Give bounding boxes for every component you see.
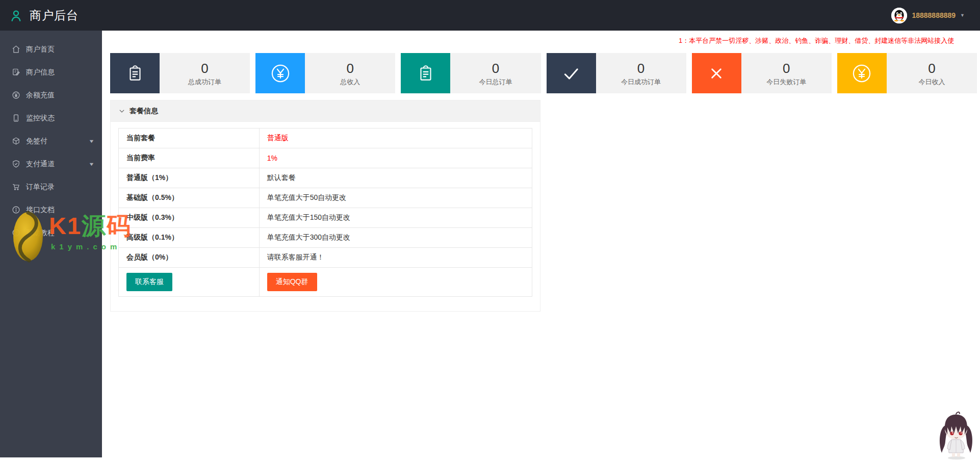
stat-label: 今日收入 xyxy=(918,79,945,85)
sidebar-item-balance-recharge[interactable]: 余额充值 xyxy=(0,84,102,107)
mobile-icon xyxy=(11,114,20,123)
info-circle-icon xyxy=(11,206,20,215)
table-row: 高级版（0.1%） 单笔充值大于300自动更改 xyxy=(119,228,532,248)
table-row: 当前费率 1% xyxy=(119,148,532,168)
sidebar-item-label: 商户首页 xyxy=(26,45,55,54)
sidebar-item-payment-channel[interactable]: 支付通道 ▼ xyxy=(0,152,102,175)
panel-title: 套餐信息 xyxy=(130,107,158,116)
notify-qq-group-button[interactable]: 通知QQ群 xyxy=(267,273,317,291)
qq-penguin-avatar xyxy=(891,8,907,23)
clipboard-icon xyxy=(401,53,450,93)
sidebar-item-label: 监控状态 xyxy=(26,114,55,123)
cube-icon xyxy=(11,137,20,146)
stat-card-today-success-orders: 0 今日成功订单 xyxy=(547,53,686,93)
stat-label: 总收入 xyxy=(340,79,360,85)
chevron-down-icon xyxy=(119,108,125,114)
row-label: 当前费率 xyxy=(119,148,260,168)
app-logo[interactable]: 商户后台 xyxy=(0,8,79,23)
main-content: 1：本平台严禁一切淫秽、涉赌、政治、钓鱼、诈骗、理财、借贷、封建迷信等非法网站接… xyxy=(102,31,980,462)
stat-value: 0 xyxy=(492,62,499,75)
submenu-arrow-icon: ▼ xyxy=(88,162,94,167)
row-value: 单笔充值大于50自动更改 xyxy=(259,188,532,208)
row-label: 中级版（0.3%） xyxy=(119,208,260,228)
table-row: 会员版（0%） 请联系客服开通！ xyxy=(119,248,532,268)
close-icon xyxy=(692,53,741,93)
check-icon xyxy=(547,53,596,93)
question-circle-icon xyxy=(11,228,20,238)
table-row: 普通版（1%） 默认套餐 xyxy=(119,168,532,188)
package-info-panel: 套餐信息 当前套餐 普通版 当前费率 1% 普通版（1%） xyxy=(110,100,540,312)
stat-cards-row: 0 总成功订单 0 总收入 0 今日总订单 xyxy=(110,53,977,93)
sidebar-item-merchant-home[interactable]: 商户首页 xyxy=(0,38,102,61)
stat-label: 总成功订单 xyxy=(188,79,221,85)
mascot-image xyxy=(934,408,978,461)
row-label: 高级版（0.1%） xyxy=(119,228,260,248)
row-label: 会员版（0%） xyxy=(119,248,260,268)
contact-support-button[interactable]: 联系客服 xyxy=(126,273,172,291)
stat-label: 今日总订单 xyxy=(479,79,512,85)
table-row-buttons: 联系客服 通知QQ群 xyxy=(119,268,532,297)
row-value: 单笔充值大于300自动更改 xyxy=(259,228,532,248)
top-header: 商户后台 18888888889 ▼ xyxy=(0,0,980,31)
stat-value: 0 xyxy=(637,62,644,75)
yen-circle-icon xyxy=(11,91,20,100)
clipboard-icon xyxy=(110,53,160,93)
submenu-arrow-icon: ▼ xyxy=(88,139,94,144)
username: 18888888889 xyxy=(912,11,956,19)
stat-card-total-income: 0 总收入 xyxy=(255,53,395,93)
table-row: 当前套餐 普通版 xyxy=(119,129,532,148)
stat-label: 今日成功订单 xyxy=(621,79,661,85)
sidebar-nav: 商户首页 商户信息 余额充值 监控状态 xyxy=(0,31,102,457)
app-title: 商户后台 xyxy=(30,8,79,23)
sidebar-item-order-records[interactable]: 订单记录 xyxy=(0,175,102,198)
row-value: 默认套餐 xyxy=(259,168,532,188)
yen-circle-icon xyxy=(255,53,305,93)
row-label: 当前套餐 xyxy=(119,129,260,148)
shield-check-icon xyxy=(11,160,20,169)
policy-notice: 1：本平台严禁一切淫秽、涉赌、政治、钓鱼、诈骗、理财、借贷、封建迷信等非法网站接… xyxy=(679,36,954,45)
row-value: 请联系客服开通！ xyxy=(259,248,532,268)
row-label: 基础版（0.5%） xyxy=(119,188,260,208)
stat-value: 0 xyxy=(783,62,790,75)
sidebar-item-label: 支付通道 xyxy=(26,160,55,169)
package-panel-header[interactable]: 套餐信息 xyxy=(111,100,540,122)
yen-circle-icon xyxy=(837,53,887,93)
stat-value: 0 xyxy=(347,62,354,75)
chevron-down-icon: ▼ xyxy=(960,13,965,18)
sidebar-item-monitor-status[interactable]: 监控状态 xyxy=(0,107,102,130)
stat-value: 0 xyxy=(928,62,935,75)
stat-value: 0 xyxy=(201,62,208,75)
sidebar-item-api-docs[interactable]: 接口文档 xyxy=(0,198,102,221)
person-icon xyxy=(9,9,23,22)
row-value: 单笔充值大于150自动更改 xyxy=(259,208,532,228)
stat-label: 今日失败订单 xyxy=(766,79,806,85)
merchant-admin-app: 商户后台 18888888889 ▼ xyxy=(0,0,980,462)
row-value: 普通版 xyxy=(267,134,289,142)
row-label: 普通版（1%） xyxy=(119,168,260,188)
stat-card-today-total-orders: 0 今日总订单 xyxy=(401,53,540,93)
row-value: 1% xyxy=(267,154,277,162)
stat-card-today-failed-orders: 0 今日失败订单 xyxy=(692,53,832,93)
sidebar-item-label: 接口文档 xyxy=(26,206,55,215)
package-table: 当前套餐 普通版 当前费率 1% 普通版（1%） 默认套餐 基础版（0.5% xyxy=(118,128,532,297)
sidebar-item-label: 订单记录 xyxy=(26,183,55,192)
table-row: 中级版（0.3%） 单笔充值大于150自动更改 xyxy=(119,208,532,228)
sidebar-item-merchant-info[interactable]: 商户信息 xyxy=(0,61,102,84)
table-row: 基础版（0.5%） 单笔充值大于50自动更改 xyxy=(119,188,532,208)
sidebar-item-label: 商户信息 xyxy=(26,68,55,77)
user-menu[interactable]: 18888888889 ▼ xyxy=(891,8,980,23)
merchant-info-icon xyxy=(11,68,20,77)
sidebar-item-help-tutorial[interactable]: 帮助教程 xyxy=(0,221,102,244)
sidebar-item-label: 帮助教程 xyxy=(26,228,55,238)
sidebar-item-label: 免签付 xyxy=(26,137,47,146)
sidebar-item-label: 余额充值 xyxy=(26,91,55,100)
cart-icon xyxy=(11,183,20,192)
sidebar-item-sign-free-pay[interactable]: 免签付 ▼ xyxy=(0,130,102,152)
stat-card-total-success-orders: 0 总成功订单 xyxy=(110,53,250,93)
stat-card-today-income: 0 今日收入 xyxy=(837,53,977,93)
home-icon xyxy=(11,45,20,54)
